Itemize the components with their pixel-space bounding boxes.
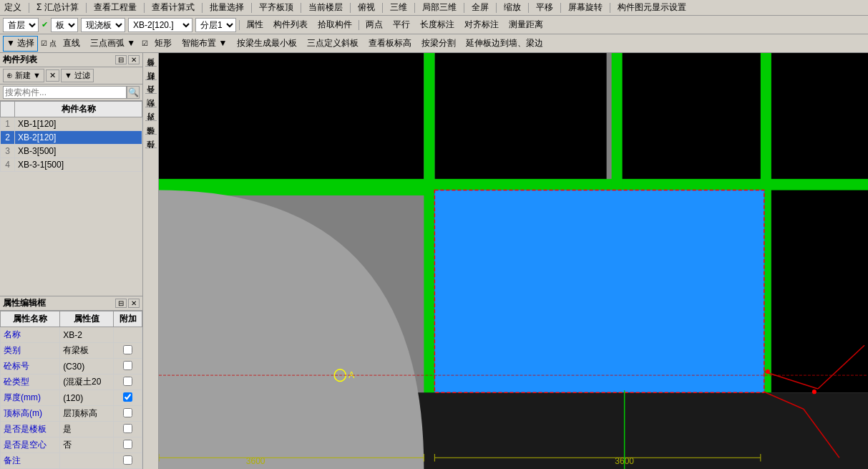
trim-tool-btn[interactable]: 修剪 — [143, 69, 158, 77]
list-item: 名称 XB-2 — [1, 327, 142, 343]
menu-sep-6 — [301, 3, 301, 13]
prop-value[interactable]: (混凝土20 — [60, 374, 114, 390]
menu-rotate[interactable]: 屏幕旋转 — [567, 1, 604, 14]
menu-batch-select[interactable]: 批量选择 — [208, 1, 245, 14]
view-slab-elev-btn[interactable]: 查看板标高 — [365, 36, 415, 52]
prop-value[interactable]: 否 — [60, 437, 114, 453]
extend-slab-btn[interactable]: 延伸板边到墙、梁边 — [462, 36, 547, 52]
panel-close-btn[interactable]: ✕ — [128, 55, 140, 64]
side-sep-3 — [145, 93, 157, 94]
prop-value[interactable]: 有梁板 — [60, 343, 114, 359]
side-sep-1 — [145, 66, 157, 67]
menu-sep-3 — [144, 3, 145, 13]
align-dim-btn[interactable]: 对齐标注 — [461, 17, 502, 33]
length-dim-btn[interactable]: 长度标注 — [416, 17, 458, 33]
menu-align-top[interactable]: 平齐板顶 — [258, 1, 295, 14]
menu-top-view[interactable]: 俯视 — [356, 1, 376, 14]
component-table: 构件名称 1 XB-1[120]2 XB-2[120]3 XB-3[500]4 … — [0, 101, 142, 296]
menu-sep-4 — [202, 3, 203, 13]
property-btn[interactable]: 属性 — [243, 17, 267, 33]
menu-sep-5 — [251, 3, 252, 13]
prop-checkbox-cell[interactable] — [114, 453, 142, 469]
pick-component-btn[interactable]: 拾取构件 — [314, 17, 356, 33]
row-name: XB-3[500] — [15, 145, 142, 158]
prop-checkbox-cell[interactable] — [114, 422, 142, 437]
arc-btn[interactable]: 三点画弧 ▼ — [87, 36, 139, 52]
filter-btn[interactable]: ▼ 过滤 — [61, 69, 94, 82]
props-pin-btn[interactable]: ⊟ — [115, 299, 127, 308]
floor-select[interactable]: 首层 — [3, 18, 39, 32]
prop-checkbox-cell[interactable] — [114, 437, 142, 453]
list-item: 备注 — [1, 453, 142, 469]
prop-value[interactable] — [60, 453, 114, 469]
props-close-btn[interactable]: ✕ — [128, 299, 140, 308]
stretch-tool-btn[interactable]: 拉伸 — [143, 151, 158, 158]
side-sep-4 — [145, 107, 157, 107]
split-tool-btn[interactable]: 分割 — [143, 110, 158, 117]
menu-local-3d[interactable]: 局部三维 — [421, 1, 458, 14]
menu-component-display[interactable]: 构件图元显示设置 — [616, 1, 688, 14]
extend-tool-btn[interactable]: 延伸 — [143, 56, 158, 63]
split-by-beam-btn[interactable]: 按梁分割 — [418, 36, 459, 52]
align-tool-btn[interactable]: 对齐 — [143, 124, 158, 131]
offset-tool-btn[interactable]: 偏移 — [143, 137, 158, 145]
parallel-btn[interactable]: 平行 — [389, 17, 414, 33]
svg-text:3600: 3600 — [246, 455, 265, 465]
col-num — [1, 102, 15, 117]
component-select[interactable]: XB-2[120.] — [128, 18, 192, 32]
search-btn[interactable]: 🔍 — [127, 86, 140, 99]
three-point-slab-btn[interactable]: 三点定义斜板 — [303, 36, 362, 52]
delete-component-btn[interactable]: ✕ — [46, 69, 59, 82]
menu-pan[interactable]: 平移 — [535, 1, 555, 14]
props-col-value: 属性值 — [60, 311, 114, 327]
menu-view-qty[interactable]: 查看工程量 — [92, 1, 138, 14]
list-item: 砼类型 (混凝土20 — [1, 374, 142, 390]
prop-value[interactable]: (120) — [60, 390, 114, 406]
prop-value[interactable]: 层顶标高 — [60, 406, 114, 422]
measure-dist-btn[interactable]: 测量距离 — [505, 17, 547, 33]
list-item: 厚度(mm) (120) — [1, 390, 142, 406]
line-btn[interactable]: 直线 — [59, 36, 84, 52]
table-row[interactable]: 1 XB-1[120] — [1, 117, 142, 131]
prop-value[interactable]: (C30) — [60, 359, 114, 374]
smart-layout-btn[interactable]: 智能布置 ▼ — [178, 36, 230, 52]
svg-rect-6 — [424, 53, 434, 398]
subtype-select[interactable]: 现浇板 — [81, 18, 125, 32]
menu-view-calc[interactable]: 查看计算式 — [150, 1, 196, 14]
table-row[interactable]: 2 XB-2[120] — [1, 131, 142, 145]
prop-checkbox-cell[interactable] — [114, 359, 142, 374]
prop-checkbox-cell — [114, 327, 142, 343]
prop-value[interactable]: 是 — [60, 422, 114, 437]
component-list-btn[interactable]: 构件列表 — [270, 17, 311, 33]
type-select[interactable]: 板 — [51, 18, 78, 32]
prop-checkbox-cell[interactable] — [114, 343, 142, 359]
slab-from-beam-btn[interactable]: 按梁生成最小板 — [233, 36, 301, 52]
menu-define[interactable]: 定义 — [3, 1, 23, 14]
prop-checkbox-cell[interactable] — [114, 406, 142, 422]
select-btn[interactable]: ▼ 选择 — [3, 36, 38, 52]
prop-checkbox-cell[interactable] — [114, 390, 142, 406]
break-tool-btn[interactable]: 打断 — [143, 83, 158, 90]
new-component-btn[interactable]: ⊕ 新建 ▼ — [3, 69, 44, 82]
menu-3d[interactable]: 三维 — [389, 1, 409, 14]
prop-checkbox-cell[interactable] — [114, 374, 142, 390]
menu-fullscreen[interactable]: 全屏 — [470, 1, 490, 14]
side-sep-7 — [145, 148, 157, 148]
menu-zoom[interactable]: 缩放 — [502, 1, 522, 14]
menu-summary[interactable]: Σ 汇总计算 — [35, 1, 80, 14]
table-row[interactable]: 4 XB-3-1[500] — [1, 158, 142, 172]
tb2-sep1 — [239, 20, 240, 30]
canvas-area[interactable]: A 3600 3600 — [159, 53, 868, 469]
component-panel-header: 构件列表 ⊟ ✕ — [0, 53, 142, 67]
prop-value[interactable]: XB-2 — [60, 327, 114, 343]
two-point-btn[interactable]: 两点 — [362, 17, 386, 33]
layer-select[interactable]: 分层1 — [195, 18, 236, 32]
merge-tool-btn[interactable]: 合并 — [143, 97, 158, 104]
search-input[interactable] — [3, 86, 127, 99]
props-panel-header: 属性编辑框 ⊟ ✕ — [0, 296, 142, 311]
table-row[interactable]: 3 XB-3[500] — [1, 145, 142, 158]
svg-rect-2 — [434, 53, 606, 184]
menu-current-floor[interactable]: 当前楼层 — [307, 1, 344, 14]
panel-pin-btn[interactable]: ⊟ — [115, 55, 127, 64]
rect-btn[interactable]: 矩形 — [151, 36, 175, 52]
